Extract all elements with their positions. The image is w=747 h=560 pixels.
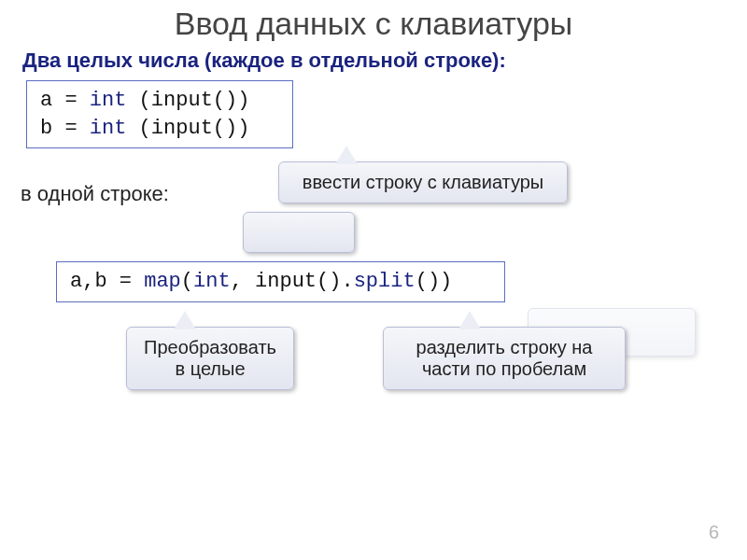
callout-input-string: ввести строку с клавиатуры [278, 161, 568, 203]
code-text: , input(). [231, 270, 354, 293]
code-text: b = [40, 117, 90, 140]
callout-split-by-space: разделить строку на части по пробелам [383, 327, 626, 390]
keyword-int: int [90, 89, 127, 112]
slide-subtitle: Два целых числа (каждое в отдельной стро… [22, 49, 506, 73]
keyword-int: int [90, 117, 127, 140]
inline-label: в одной строке: [21, 182, 169, 206]
callout-convert-to-int: Преобразовать в целые [126, 327, 294, 390]
code-block-one-line: a,b = map(int, input().split()) [56, 261, 505, 302]
code-text: ()) [416, 270, 453, 293]
code-block-two-lines: a = int (input()) b = int (input()) [26, 80, 293, 148]
slide-title: Ввод данных с клавиатуры [0, 6, 747, 42]
code-line-2: b = int (input()) [40, 115, 283, 143]
keyword-split: split [354, 270, 416, 293]
slide: Ввод данных с клавиатуры Два целых числа… [0, 0, 747, 560]
code-text: a,b = [70, 270, 144, 293]
keyword-int: int [193, 270, 231, 293]
callout-empty [243, 212, 355, 253]
code-text: (input()) [126, 89, 249, 112]
page-number: 6 [709, 522, 719, 543]
keyword-map: map [144, 270, 181, 293]
code-line-1: a = int (input()) [40, 87, 283, 115]
code-text: a = [40, 89, 90, 112]
code-text: (input()) [126, 117, 249, 140]
code-text: ( [181, 270, 193, 293]
